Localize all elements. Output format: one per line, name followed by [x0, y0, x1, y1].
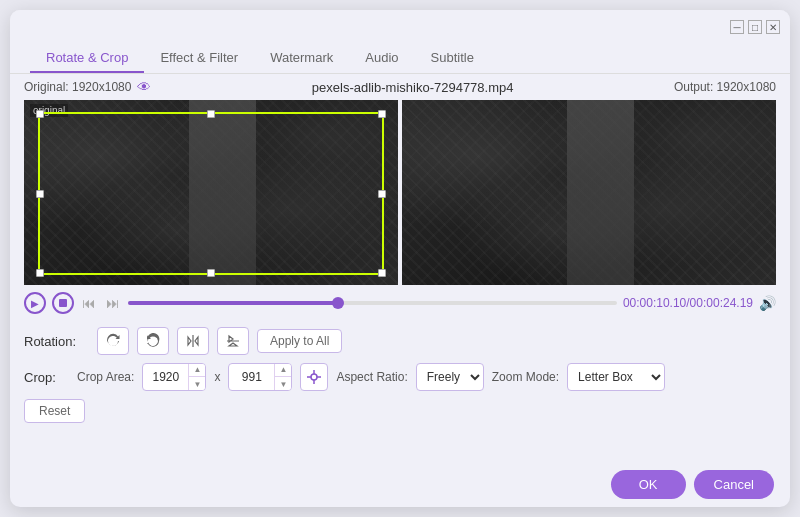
close-button[interactable]: ✕: [766, 20, 780, 34]
aspect-ratio-label: Aspect Ratio:: [336, 370, 407, 384]
stop-icon: [59, 299, 67, 307]
x-separator: x: [214, 370, 220, 384]
titlebar: ─ □ ✕: [10, 10, 790, 38]
next-button[interactable]: ⏭: [104, 295, 122, 311]
crop-label: Crop:: [24, 370, 69, 385]
original-video-panel: original: [24, 100, 398, 285]
reset-button[interactable]: Reset: [24, 399, 85, 423]
minimize-button[interactable]: ─: [730, 20, 744, 34]
video-area: original: [10, 100, 790, 285]
rotation-label: Rotation:: [24, 334, 89, 349]
progress-thumb[interactable]: [332, 297, 344, 309]
main-window: ─ □ ✕ Rotate & Crop Effect & Filter Wate…: [10, 10, 790, 507]
zoom-mode-label: Zoom Mode:: [492, 370, 559, 384]
stop-button[interactable]: [52, 292, 74, 314]
apply-to-all-button[interactable]: Apply to All: [257, 329, 342, 353]
rotation-row: Rotation: Apply to All: [24, 327, 776, 355]
tab-rotate-crop[interactable]: Rotate & Crop: [30, 44, 144, 73]
flip-vertical-button[interactable]: [217, 327, 249, 355]
original-video-bg: original: [24, 100, 398, 285]
preview-eye-icon[interactable]: 👁: [137, 79, 151, 95]
rotate-left-button[interactable]: [97, 327, 129, 355]
aspect-ratio-select[interactable]: Freely 16:9 4:3 1:1 9:16: [416, 363, 484, 391]
crop-height-spinners: ▲ ▼: [274, 363, 291, 391]
original-video-label: original: [30, 104, 68, 117]
preview-video-panel: [402, 100, 776, 285]
crop-row: Crop: Crop Area: ▲ ▼ x ▲ ▼: [24, 363, 776, 391]
tabs-bar: Rotate & Crop Effect & Filter Watermark …: [10, 38, 790, 74]
crop-height-down-button[interactable]: ▼: [275, 377, 291, 391]
tab-subtitle[interactable]: Subtitle: [415, 44, 490, 73]
rotate-right-button[interactable]: [137, 327, 169, 355]
output-resolution: Output: 1920x1080: [674, 80, 776, 94]
crop-center-button[interactable]: [300, 363, 328, 391]
play-button[interactable]: ▶: [24, 292, 46, 314]
tab-audio[interactable]: Audio: [349, 44, 414, 73]
crop-width-input[interactable]: [143, 370, 188, 384]
prev-button[interactable]: ⏮: [80, 295, 98, 311]
progress-fill: [128, 301, 338, 305]
crop-height-up-button[interactable]: ▲: [275, 363, 291, 377]
controls-section: Rotation: Apply to All: [10, 321, 790, 427]
progress-bar[interactable]: [128, 301, 617, 305]
crop-width-input-group: ▲ ▼: [142, 363, 206, 391]
tab-effect-filter[interactable]: Effect & Filter: [144, 44, 254, 73]
crop-width-spinners: ▲ ▼: [188, 363, 205, 391]
cancel-button[interactable]: Cancel: [694, 470, 774, 499]
original-resolution: Original: 1920x1080: [24, 80, 131, 94]
tab-watermark[interactable]: Watermark: [254, 44, 349, 73]
playback-bar: ▶ ⏮ ⏭ 00:00:10.10/00:00:24.19 🔊: [10, 285, 790, 321]
crop-height-input[interactable]: [229, 370, 274, 384]
crop-area-label: Crop Area:: [77, 370, 134, 384]
filename-label: pexels-adlib-mishiko-7294778.mp4: [312, 80, 514, 95]
zoom-mode-select[interactable]: Letter Box Pan & Scan Full: [567, 363, 665, 391]
preview-video-bg: [402, 100, 776, 285]
volume-icon[interactable]: 🔊: [759, 295, 776, 311]
info-bar: Original: 1920x1080 👁 pexels-adlib-mishi…: [10, 74, 790, 100]
flip-horizontal-button[interactable]: [177, 327, 209, 355]
maximize-button[interactable]: □: [748, 20, 762, 34]
preview-road-line: [567, 100, 634, 285]
crop-width-up-button[interactable]: ▲: [189, 363, 205, 377]
ok-button[interactable]: OK: [611, 470, 686, 499]
footer: OK Cancel: [10, 462, 790, 507]
time-display: 00:00:10.10/00:00:24.19: [623, 296, 753, 310]
crop-height-input-group: ▲ ▼: [228, 363, 292, 391]
road-line: [189, 100, 256, 285]
svg-point-0: [311, 374, 317, 380]
crop-width-down-button[interactable]: ▼: [189, 377, 205, 391]
